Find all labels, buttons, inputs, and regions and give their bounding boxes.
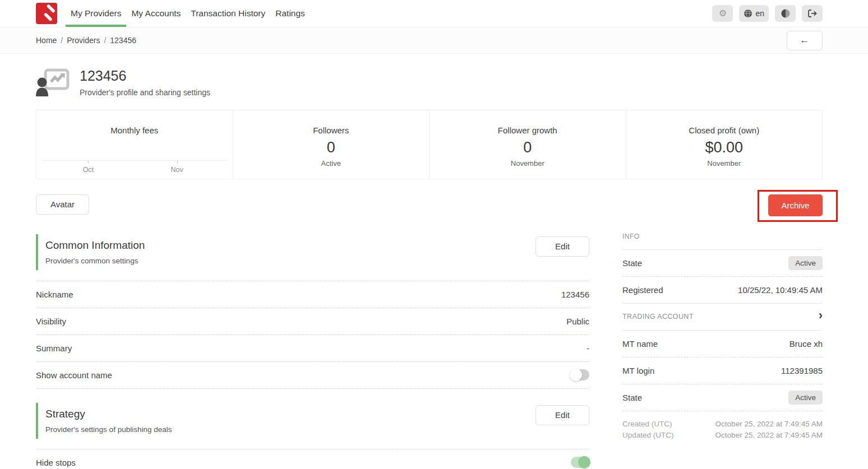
breadcrumb-separator: /	[104, 36, 106, 45]
stat-title: Monthly fees	[110, 126, 158, 135]
status-badge: Active	[788, 256, 823, 270]
row-registered: Registered 10/25/22, 10:49:45 AM	[622, 277, 823, 304]
back-button[interactable]: ←	[787, 31, 823, 50]
stat-caption: November	[511, 159, 544, 168]
logout-icon	[807, 9, 818, 18]
breadcrumb-home[interactable]: Home	[36, 36, 57, 45]
info-panel-title: INFO	[622, 227, 823, 250]
strategy-section-header: Strategy Provider's settings of publishi…	[36, 403, 589, 439]
stat-value: $0.00	[705, 139, 743, 156]
section-accent-bar: Common Information Provider's common set…	[36, 234, 145, 270]
row-label: Visibility	[36, 317, 66, 326]
common-information-rows: Nickname 123456 Visibility Public Summar…	[36, 281, 589, 389]
strategy-rows: Hide stops	[36, 449, 589, 469]
updated-line: Updated (UTC) October 25, 2022 at 7:49:4…	[622, 430, 823, 441]
trading-account-title: TRADING ACCOUNT	[622, 313, 694, 321]
nav-actions: ⚙ en	[712, 5, 823, 22]
language-button[interactable]: en	[739, 5, 769, 22]
row-mt-login: MT login 112391985	[622, 357, 823, 384]
section-title: Common Information	[45, 239, 145, 252]
archive-button[interactable]: Archive	[768, 194, 823, 216]
row-label: Nickname	[36, 290, 73, 299]
row-value: Bruce xh	[789, 339, 823, 349]
breadcrumb-current: 123456	[110, 36, 136, 45]
theme-toggle-button[interactable]	[775, 5, 796, 22]
row-value: 112391985	[781, 366, 823, 375]
breadcrumb-providers[interactable]: Providers	[67, 36, 100, 45]
row-nickname: Nickname 123456	[36, 281, 589, 308]
stat-card-monthly-fees: Monthly fees Oct Nov	[36, 110, 233, 179]
page-header: 123456 Provider's profile and sharing se…	[36, 68, 823, 97]
stat-title: Follower growth	[498, 126, 557, 135]
section-subtitle: Provider's settings of publishing deals	[45, 425, 172, 434]
section-title: Strategy	[45, 408, 172, 420]
stat-card-followers: Followers 0 Active	[233, 110, 430, 179]
nav-item-transaction-history[interactable]: Transaction History	[186, 0, 270, 27]
breadcrumb: Home / Providers / 123456	[36, 36, 136, 45]
meta-value: October 25, 2022 at 7:49:45 AM	[715, 430, 823, 441]
stat-title: Followers	[313, 126, 349, 135]
contrast-icon	[781, 9, 790, 18]
row-label: State	[622, 393, 642, 402]
chevron-right-icon[interactable]: ›	[819, 315, 823, 318]
row-value: 123456	[561, 290, 589, 299]
row-label: State	[622, 258, 642, 268]
timestamps-block: Created (UTC) October 25, 2022 at 7:49:4…	[622, 411, 823, 441]
show-account-name-toggle[interactable]	[571, 369, 589, 380]
meta-value: October 25, 2022 at 7:49:45 AM	[715, 419, 823, 430]
stat-caption: Active	[321, 159, 341, 168]
stat-caption: November	[707, 159, 741, 168]
axis-tick-label: Nov	[170, 166, 183, 174]
row-state: State Active	[622, 250, 823, 277]
created-line: Created (UTC) October 25, 2022 at 7:49:4…	[622, 419, 823, 430]
edit-strategy-button[interactable]: Edit	[535, 405, 589, 425]
section-subtitle: Provider's common settings	[45, 257, 145, 265]
nav-item-my-accounts[interactable]: My Accounts	[126, 0, 186, 27]
monthly-fees-chart-axis: Oct Nov	[42, 160, 227, 161]
row-value: 10/25/22, 10:49:45 AM	[738, 285, 823, 295]
row-hide-stops: Hide stops	[36, 449, 589, 469]
row-label: Summary	[36, 343, 72, 353]
axis-tick	[88, 161, 89, 164]
row-account-state: State Active	[622, 384, 823, 411]
toggle-knob	[578, 456, 590, 468]
gear-icon: ⚙	[719, 9, 727, 18]
toggle-knob	[570, 369, 582, 381]
action-row: Avatar Archive	[36, 190, 823, 222]
nav-item-my-providers[interactable]: My Providers	[66, 0, 126, 27]
globe-icon	[744, 9, 752, 18]
breadcrumb-bar: Home / Providers / 123456 ←	[0, 27, 868, 54]
row-value: -	[587, 343, 589, 353]
language-label: en	[755, 9, 764, 18]
stat-title: Closed profit (own)	[689, 126, 759, 135]
logout-button[interactable]	[802, 5, 823, 22]
row-label: Hide stops	[36, 458, 76, 467]
row-label: Registered	[622, 285, 663, 295]
back-arrow-icon: ←	[800, 35, 810, 46]
stat-card-closed-profit: Closed profit (own) $0.00 November	[626, 110, 823, 179]
nav-item-ratings[interactable]: Ratings	[270, 0, 310, 27]
settings-button[interactable]: ⚙	[712, 5, 733, 22]
brand-logo-icon[interactable]	[36, 3, 57, 24]
row-summary: Summary -	[36, 335, 589, 362]
row-label: MT login	[622, 366, 654, 375]
stat-card-follower-growth: Follower growth 0 November	[429, 110, 626, 179]
hide-stops-toggle[interactable]	[571, 457, 589, 468]
breadcrumb-separator: /	[61, 36, 63, 45]
avatar-button[interactable]: Avatar	[36, 194, 89, 215]
page-title: 123456	[80, 68, 210, 84]
trading-account-header[interactable]: TRADING ACCOUNT ›	[622, 304, 823, 331]
edit-common-information-button[interactable]: Edit	[535, 236, 589, 257]
stat-value: 0	[523, 139, 532, 156]
top-nav: My Providers My Accounts Transaction His…	[0, 0, 868, 27]
stats-row: Monthly fees Oct Nov Followers 0 Active …	[36, 110, 823, 179]
settings-column: Common Information Provider's common set…	[36, 227, 589, 469]
row-value: Public	[566, 317, 589, 326]
row-mt-name: MT name Bruce xh	[622, 331, 823, 357]
stat-value: 0	[327, 139, 335, 156]
info-panel: INFO State Active Registered 10/25/22, 1…	[622, 227, 823, 469]
row-visibility: Visibility Public	[36, 308, 589, 335]
axis-tick	[177, 161, 178, 164]
nav-links: My Providers My Accounts Transaction His…	[66, 0, 310, 27]
row-show-account-name: Show account name	[36, 362, 589, 389]
